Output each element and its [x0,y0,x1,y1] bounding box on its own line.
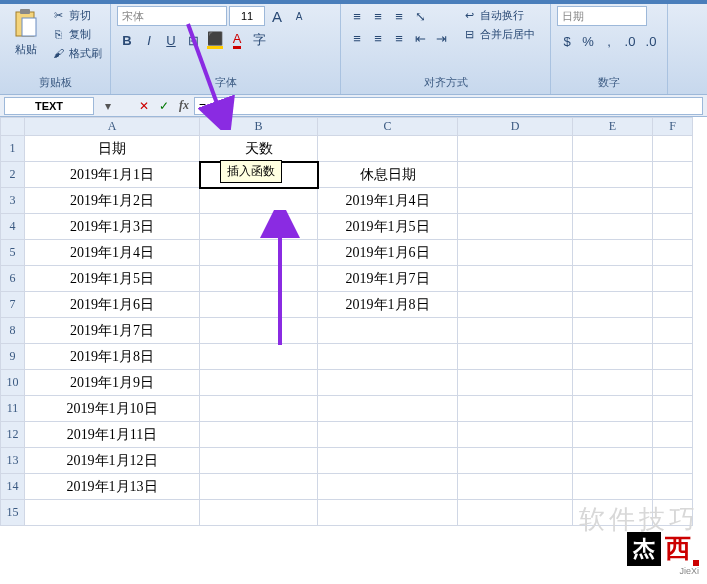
row-header-11[interactable]: 11 [1,396,25,422]
cell-B11[interactable] [200,396,318,422]
comma-button[interactable]: , [599,31,619,51]
merge-center-button[interactable]: ⊟ 合并后居中 [459,25,537,43]
row-header-3[interactable]: 3 [1,188,25,214]
cell-D15[interactable] [458,500,573,526]
increase-decimal-button[interactable]: .0 [620,31,640,51]
row-header-6[interactable]: 6 [1,266,25,292]
paste-button[interactable]: 粘贴 [6,6,46,59]
cell-F13[interactable] [653,448,693,474]
cell-F2[interactable] [653,162,693,188]
confirm-formula-button[interactable]: ✓ [154,97,174,115]
insert-function-button[interactable]: fx [174,97,194,115]
align-bottom-button[interactable]: ≡ [389,6,409,26]
cell-A10[interactable]: 2019年1月9日 [25,370,200,396]
cell-E3[interactable] [573,188,653,214]
align-center-button[interactable]: ≡ [368,28,388,48]
cell-B15[interactable] [200,500,318,526]
cell-C9[interactable] [318,344,458,370]
cell-C5[interactable]: 2019年1月6日 [318,240,458,266]
cell-F11[interactable] [653,396,693,422]
cell-D10[interactable] [458,370,573,396]
decrease-indent-button[interactable]: ⇤ [410,28,430,48]
cut-button[interactable]: ✂ 剪切 [48,6,104,24]
border-button[interactable]: ⊞ [183,30,203,50]
decrease-font-button[interactable]: A [289,6,309,26]
cell-B9[interactable] [200,344,318,370]
cell-E10[interactable] [573,370,653,396]
cell-B6[interactable] [200,266,318,292]
cell-A11[interactable]: 2019年1月10日 [25,396,200,422]
cell-D9[interactable] [458,344,573,370]
row-header-7[interactable]: 7 [1,292,25,318]
cell-F12[interactable] [653,422,693,448]
cell-B5[interactable] [200,240,318,266]
cell-D8[interactable] [458,318,573,344]
cell-F1[interactable] [653,136,693,162]
fill-color-button[interactable]: ⬛ [205,30,225,50]
cell-E14[interactable] [573,474,653,500]
col-header-C[interactable]: C [318,118,458,136]
col-header-F[interactable]: F [653,118,693,136]
font-color-button[interactable]: A [227,30,247,50]
cell-B14[interactable] [200,474,318,500]
cell-A5[interactable]: 2019年1月4日 [25,240,200,266]
cell-F6[interactable] [653,266,693,292]
cell-C13[interactable] [318,448,458,474]
cell-C12[interactable] [318,422,458,448]
cell-C10[interactable] [318,370,458,396]
cell-B7[interactable] [200,292,318,318]
cell-F4[interactable] [653,214,693,240]
row-header-15[interactable]: 15 [1,500,25,526]
row-header-8[interactable]: 8 [1,318,25,344]
currency-button[interactable]: $ [557,31,577,51]
row-header-9[interactable]: 9 [1,344,25,370]
cell-A2[interactable]: 2019年1月1日 [25,162,200,188]
cell-F10[interactable] [653,370,693,396]
cell-A9[interactable]: 2019年1月8日 [25,344,200,370]
row-header-10[interactable]: 10 [1,370,25,396]
cell-B4[interactable] [200,214,318,240]
col-header-D[interactable]: D [458,118,573,136]
row-header-13[interactable]: 13 [1,448,25,474]
row-header-1[interactable]: 1 [1,136,25,162]
cell-A12[interactable]: 2019年1月11日 [25,422,200,448]
cell-F8[interactable] [653,318,693,344]
row-header-4[interactable]: 4 [1,214,25,240]
cancel-formula-button[interactable]: ✕ [134,97,154,115]
cell-E1[interactable] [573,136,653,162]
cell-C7[interactable]: 2019年1月8日 [318,292,458,318]
cell-D12[interactable] [458,422,573,448]
name-box-dropdown[interactable]: ▾ [98,97,118,115]
cell-F3[interactable] [653,188,693,214]
cell-B8[interactable] [200,318,318,344]
underline-button[interactable]: U [161,30,181,50]
cell-A14[interactable]: 2019年1月13日 [25,474,200,500]
cell-A7[interactable]: 2019年1月6日 [25,292,200,318]
cell-D4[interactable] [458,214,573,240]
cell-D5[interactable] [458,240,573,266]
cell-D3[interactable] [458,188,573,214]
cell-E5[interactable] [573,240,653,266]
cell-C1[interactable] [318,136,458,162]
cell-B13[interactable] [200,448,318,474]
cell-C2[interactable]: 休息日期 [318,162,458,188]
decrease-decimal-button[interactable]: .0 [641,31,661,51]
font-name-select[interactable] [117,6,227,26]
col-header-E[interactable]: E [573,118,653,136]
row-header-12[interactable]: 12 [1,422,25,448]
cell-C8[interactable] [318,318,458,344]
phonetic-button[interactable]: 字 [249,30,269,50]
cell-D11[interactable] [458,396,573,422]
cell-E12[interactable] [573,422,653,448]
col-header-B[interactable]: B [200,118,318,136]
wrap-text-button[interactable]: ↩ 自动换行 [459,6,537,24]
cell-C11[interactable] [318,396,458,422]
cell-E4[interactable] [573,214,653,240]
cell-F14[interactable] [653,474,693,500]
align-middle-button[interactable]: ≡ [368,6,388,26]
increase-indent-button[interactable]: ⇥ [431,28,451,48]
cell-A3[interactable]: 2019年1月2日 [25,188,200,214]
cell-D13[interactable] [458,448,573,474]
number-format-select[interactable] [557,6,647,26]
align-left-button[interactable]: ≡ [347,28,367,48]
